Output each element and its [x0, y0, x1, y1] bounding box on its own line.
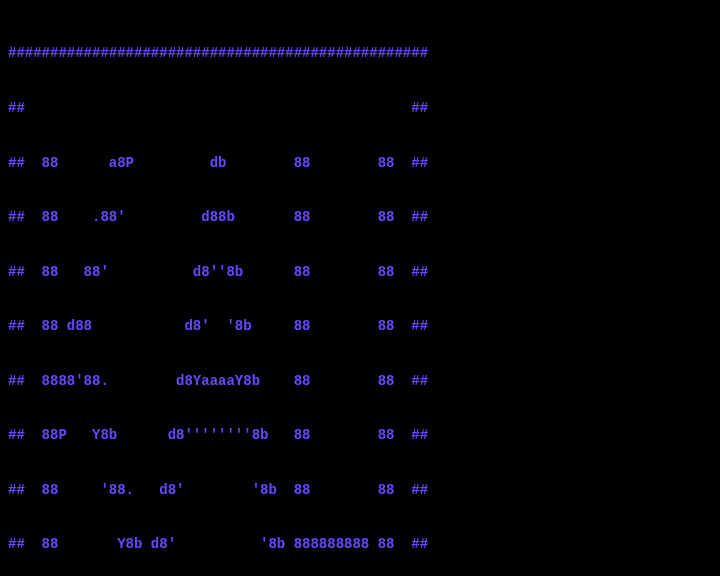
banner-line: ## 88 d88 d8' '8b 88 88 ## [8, 317, 712, 335]
banner-line: ## 88 '88. d8' '8b 88 88 ## [8, 481, 712, 499]
banner-line: ## 88P Y8b d8''''''''8b 88 88 ## [8, 426, 712, 444]
banner-line: ## 88 a8P db 88 88 ## [8, 154, 712, 172]
banner-line: ## 88 88' d8''8b 88 88 ## [8, 263, 712, 281]
banner-line: ## 88 .88' d88b 88 88 ## [8, 208, 712, 226]
terminal-output: ########################################… [8, 8, 712, 576]
banner-line: ## ## [8, 99, 712, 117]
banner-line: ## 88 Y8b d8' '8b 888888888 88 ## [8, 535, 712, 553]
banner-line: ########################################… [8, 44, 712, 62]
banner-line: ## 8888'88. d8YaaaaY8b 88 88 ## [8, 372, 712, 390]
